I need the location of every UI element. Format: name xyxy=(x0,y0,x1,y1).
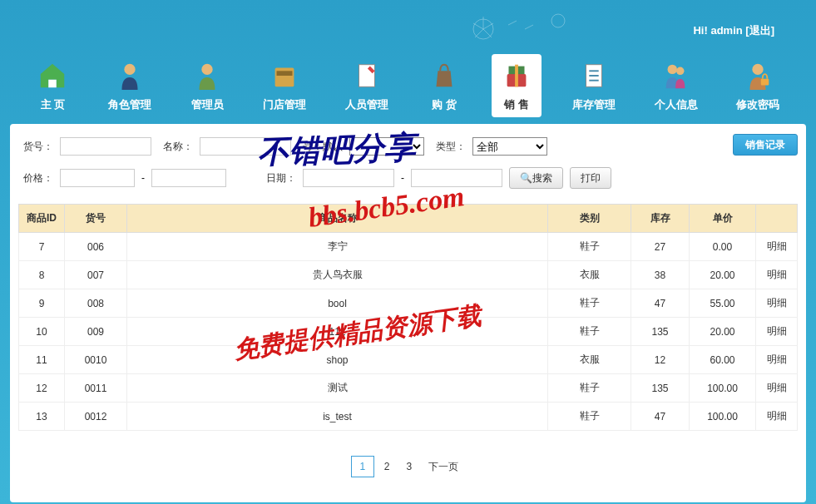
detail-link[interactable]: 明细 xyxy=(756,346,798,374)
nav-item-purchase[interactable]: 购 货 xyxy=(419,54,469,117)
sales-record-button[interactable]: 销售记录 xyxy=(733,134,798,156)
svg-rect-11 xyxy=(275,68,294,87)
cell-name: bool xyxy=(127,289,548,318)
password-icon xyxy=(741,59,774,92)
date-dash: - xyxy=(401,172,404,184)
cell-code: 008 xyxy=(65,289,127,318)
name-label: 名称： xyxy=(163,140,193,154)
cell-id: 8 xyxy=(19,261,65,289)
nav-label: 修改密码 xyxy=(736,97,779,112)
main-nav: 主 页角色管理管理员门店管理人员管理购 货销 售库存管理个人信息修改密码 xyxy=(0,46,816,124)
cell-id: 11 xyxy=(19,346,65,374)
nav-item-sale[interactable]: 销 售 xyxy=(492,54,542,117)
cell-category: 衣服 xyxy=(548,346,631,374)
cell-category: 鞋子 xyxy=(548,403,631,431)
date-end-input[interactable] xyxy=(411,169,502,187)
cell-stock: 47 xyxy=(631,289,690,318)
date-label: 日期： xyxy=(266,171,296,185)
cell-category: 鞋子 xyxy=(548,233,631,261)
name-input[interactable] xyxy=(200,137,291,156)
table-header: 货号 xyxy=(65,205,127,233)
nav-item-admin[interactable]: 管理员 xyxy=(182,54,232,117)
price-dash: - xyxy=(141,172,145,184)
table-row: 110010shop衣服1260.00明细 xyxy=(19,346,798,374)
price-label: 价格： xyxy=(23,171,53,185)
search-button[interactable]: 🔍 搜索 xyxy=(509,167,563,189)
detail-link[interactable]: 明细 xyxy=(756,374,798,403)
cell-price: 20.00 xyxy=(690,318,756,346)
svg-rect-12 xyxy=(277,71,293,76)
cell-code: 0012 xyxy=(65,403,127,431)
detail-link[interactable]: 明细 xyxy=(756,318,798,346)
cell-code: 009 xyxy=(65,318,127,346)
content-area: 货号： 名称： 号：默认 类型： 全部 销售记录 价格： - 日期： - 🔍 搜… xyxy=(10,124,806,502)
type-select[interactable]: 全部 xyxy=(472,137,547,156)
svg-line-3 xyxy=(473,23,483,29)
purchase-icon xyxy=(428,59,461,92)
detail-link[interactable]: 明细 xyxy=(756,233,798,261)
svg-rect-24 xyxy=(761,79,769,86)
cell-id: 9 xyxy=(19,289,65,318)
nav-label: 销 售 xyxy=(504,97,529,112)
nav-label: 角色管理 xyxy=(108,97,151,112)
search-icon: 🔍 xyxy=(520,172,532,184)
next-page[interactable]: 下一页 xyxy=(422,460,465,474)
cell-code: 0011 xyxy=(65,374,127,403)
cell-stock: 38 xyxy=(631,261,690,289)
print-button[interactable]: 打印 xyxy=(570,167,611,189)
nav-item-store[interactable]: 门店管理 xyxy=(255,54,314,117)
cell-price: 60.00 xyxy=(690,346,756,374)
nav-item-role[interactable]: 角色管理 xyxy=(100,54,160,117)
nav-label: 主 页 xyxy=(41,97,66,112)
table-row: 10009111鞋子13520.00明细 xyxy=(19,318,798,346)
table-header xyxy=(756,205,798,233)
cell-code: 0010 xyxy=(65,346,127,374)
detail-link[interactable]: 明细 xyxy=(756,403,798,431)
detail-link[interactable]: 明细 xyxy=(756,261,798,289)
profile-icon xyxy=(660,59,693,92)
nav-item-profile[interactable]: 个人信息 xyxy=(646,54,706,117)
svg-point-9 xyxy=(125,64,136,75)
page-3[interactable]: 3 xyxy=(400,461,419,472)
type-label: 类型： xyxy=(436,140,466,154)
price-min-input[interactable] xyxy=(60,169,135,187)
nav-item-password[interactable]: 修改密码 xyxy=(728,54,788,117)
nav-label: 管理员 xyxy=(191,97,224,112)
nav-label: 人员管理 xyxy=(345,97,388,112)
price-max-input[interactable] xyxy=(151,169,226,187)
svg-point-0 xyxy=(473,19,493,39)
svg-point-21 xyxy=(667,65,676,74)
cell-id: 10 xyxy=(19,318,65,346)
unknown-select[interactable] xyxy=(349,137,424,156)
svg-rect-16 xyxy=(515,65,518,87)
detail-link[interactable]: 明细 xyxy=(756,289,798,318)
page-1[interactable]: 1 xyxy=(351,456,374,477)
page-2[interactable]: 2 xyxy=(378,461,397,472)
cell-price: 100.00 xyxy=(690,403,756,431)
table-row: 8007贵人鸟衣服衣服3820.00明细 xyxy=(19,261,798,289)
cell-name: 111 xyxy=(127,318,548,346)
cell-price: 100.00 xyxy=(690,374,756,403)
nav-item-home[interactable]: 主 页 xyxy=(27,54,77,117)
home-icon xyxy=(36,59,69,92)
svg-line-5 xyxy=(475,29,483,37)
product-table: 商品ID货号商品名称类别库存单价 7006李宁鞋子270.00明细8007贵人鸟… xyxy=(18,204,798,431)
date-start-input[interactable] xyxy=(303,169,394,187)
cell-name: shop xyxy=(127,346,548,374)
cell-price: 0.00 xyxy=(690,233,756,261)
logout-link[interactable]: [退出] xyxy=(745,24,774,37)
store-icon xyxy=(268,59,301,92)
svg-line-4 xyxy=(483,29,492,37)
role-icon xyxy=(113,59,146,92)
table-header: 类别 xyxy=(548,205,631,233)
svg-point-22 xyxy=(676,67,685,76)
nav-item-inventory[interactable]: 库存管理 xyxy=(564,54,624,117)
table-header: 单价 xyxy=(690,205,756,233)
code-input[interactable] xyxy=(60,137,151,156)
nav-label: 个人信息 xyxy=(655,97,698,112)
cell-name: is_test xyxy=(127,403,548,431)
svg-line-2 xyxy=(483,23,493,29)
nav-item-person[interactable]: 人员管理 xyxy=(337,54,397,117)
cell-stock: 12 xyxy=(631,346,690,374)
svg-point-6 xyxy=(551,14,565,27)
